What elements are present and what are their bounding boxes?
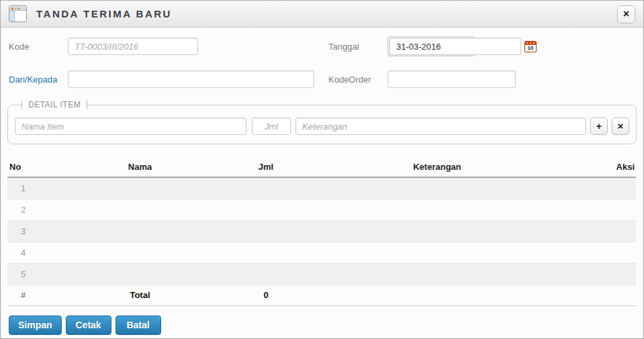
cancel-button[interactable]: Batal [116,316,161,335]
table-footer-row: # Total 0 [7,285,636,305]
table-row: 5 [7,263,636,285]
clear-item-icon[interactable]: × [612,117,629,135]
print-button[interactable]: Cetak [66,316,111,335]
detail-item-legend: DETAIL ITEM [21,100,87,109]
save-button[interactable]: Simpan [9,316,62,335]
jml-input[interactable] [252,117,291,135]
tanggal-label: Tanggal [328,42,387,52]
kode-input[interactable] [68,38,198,55]
kode-label: Kode [9,42,68,52]
col-header-keterangan: Keterangan [296,159,578,177]
dari-kepada-label[interactable]: Dari/Kepada [9,75,68,85]
keterangan-input[interactable] [295,117,586,135]
detail-item-fieldset: DETAIL ITEM + × [7,100,637,144]
footer-total-label: Total [44,285,236,305]
tanggal-field: 10 [387,36,475,56]
items-table: No Nama Jml Keterangan Aksi 1 2 3 4 [7,159,636,306]
table-row: 4 [7,242,636,263]
dari-kepada-input[interactable] [68,70,314,88]
close-icon[interactable]: × [617,5,635,23]
kode-order-label: KodeOrder [328,75,387,85]
table-body: 1 2 3 4 5 [7,177,636,285]
table-row: 2 [7,199,636,220]
table-row: 1 [7,177,636,199]
tanda-terima-dialog: TANDA TERIMA BARU × Kode Tanggal 10 Dari… [0,0,644,339]
calendar-icon[interactable]: 10 [524,41,537,52]
window-icon [9,5,27,22]
kode-order-input[interactable] [387,70,516,88]
nama-item-input[interactable] [15,117,246,135]
table-row: 3 [7,220,636,242]
footer-total-value: 0 [236,285,296,305]
items-table-wrap: No Nama Jml Keterangan Aksi 1 2 3 4 [7,159,636,306]
add-item-icon[interactable]: + [590,117,608,135]
footer-hash: # [7,285,44,305]
col-header-aksi: Aksi [578,159,636,177]
col-header-nama: Nama [44,159,236,177]
dialog-header: TANDA TERIMA BARU × [1,1,643,28]
form-area: Kode Tanggal 10 Dari/Kepada KodeOrder [1,28,643,88]
col-header-jml: Jml [236,159,296,177]
dialog-title: TANDA TERIMA BARU [36,8,172,19]
tanggal-input[interactable] [389,38,521,55]
table-header-row: No Nama Jml Keterangan Aksi [7,159,636,177]
col-header-no: No [7,159,44,177]
action-bar: Simpan Cetak Batal [9,316,643,335]
